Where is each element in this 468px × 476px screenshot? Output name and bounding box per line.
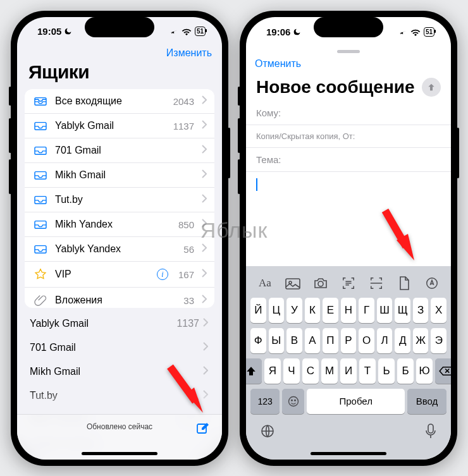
send-button[interactable] — [422, 78, 441, 97]
status-time: 19:06 — [266, 27, 290, 37]
keyboard-toolbar: Aa — [249, 270, 448, 296]
key-123[interactable]: 123 — [250, 389, 280, 414]
key-Ц[interactable]: Ц — [269, 298, 285, 323]
chevron-right-icon — [202, 169, 207, 181]
key-Я[interactable]: Я — [264, 358, 281, 384]
dynamic-island — [314, 17, 383, 37]
globe-icon — [260, 424, 275, 439]
account-row[interactable]: 701 Gmail — [17, 336, 222, 360]
camera-button[interactable] — [308, 272, 333, 294]
tray-icon — [34, 120, 47, 131]
edit-button[interactable]: Изменить — [166, 47, 212, 59]
compose-button[interactable] — [195, 421, 211, 439]
key-Б[interactable]: Б — [397, 358, 414, 384]
cc-bcc-from-field[interactable]: Копия/Скрытая копия, От: — [246, 125, 451, 148]
tray-icon — [34, 145, 47, 156]
mailbox-row[interactable]: VIP i 167 — [25, 262, 214, 288]
key-space[interactable]: Пробел — [307, 389, 405, 414]
to-field[interactable]: Кому: — [246, 101, 451, 125]
svg-point-12 — [288, 396, 298, 406]
svg-rect-8 — [286, 279, 300, 289]
key-Ж[interactable]: Ж — [413, 328, 429, 353]
mailbox-row[interactable]: Mikh Yandex 850 — [25, 212, 214, 237]
mailbox-count: 33 — [183, 295, 194, 306]
chevron-right-icon — [202, 120, 207, 131]
wifi-icon — [182, 28, 192, 35]
scan-text-icon — [342, 276, 355, 290]
key-Ш[interactable]: Ш — [377, 298, 393, 323]
mailbox-label: 701 Gmail — [55, 145, 187, 156]
key-shift[interactable] — [246, 358, 262, 384]
cancel-button[interactable]: Отменить — [255, 58, 301, 70]
account-label: 701 Gmail — [30, 342, 199, 353]
page-title: Ящики — [17, 60, 222, 89]
sheet-grabber[interactable] — [337, 50, 360, 53]
mailbox-row[interactable]: Mikh Gmail — [25, 163, 214, 188]
mailbox-row[interactable]: Yablyk Gmail 1137 — [25, 114, 214, 138]
mailbox-row[interactable]: Tut.by — [25, 188, 214, 212]
mailboxes-card: Все входящие 2043 Yablyk Gmail 1137 701 … — [25, 89, 214, 307]
key-Щ[interactable]: Щ — [395, 298, 410, 323]
key-О[interactable]: О — [359, 328, 374, 353]
key-Э[interactable]: Э — [431, 328, 446, 353]
key-Ы[interactable]: Ы — [269, 328, 285, 353]
key-enter[interactable]: Ввод — [407, 389, 446, 414]
svg-point-10 — [318, 281, 323, 286]
dictation-button[interactable] — [424, 423, 437, 442]
home-indicator — [82, 452, 157, 455]
star-icon — [34, 268, 47, 281]
mailbox-row[interactable]: 701 Gmail — [25, 138, 214, 163]
key-Е[interactable]: Е — [323, 298, 338, 323]
account-count: 1137 — [176, 318, 199, 329]
key-emoji[interactable] — [282, 389, 304, 414]
key-В[interactable]: В — [286, 328, 302, 353]
format-button[interactable]: Aa — [252, 272, 278, 294]
svg-point-14 — [295, 400, 296, 401]
attach-file-button[interactable] — [391, 272, 417, 294]
photo-icon — [285, 277, 300, 290]
markup-icon — [425, 276, 439, 290]
key-И[interactable]: И — [340, 358, 357, 384]
mailbox-label: Mikh Gmail — [55, 169, 187, 181]
mailbox-count: 56 — [183, 244, 194, 255]
chevron-right-icon — [202, 219, 207, 230]
mailbox-row[interactable]: Вложения 33 — [25, 288, 214, 307]
key-Ч[interactable]: Ч — [283, 358, 300, 384]
key-Р[interactable]: Р — [341, 328, 357, 353]
key-Л[interactable]: Л — [377, 328, 393, 353]
key-Й[interactable]: Й — [250, 298, 266, 323]
key-С[interactable]: С — [302, 358, 319, 384]
svg-point-13 — [292, 400, 293, 401]
dnd-moon-icon — [64, 27, 72, 35]
key-backspace[interactable] — [435, 358, 451, 384]
markup-button[interactable] — [419, 272, 445, 294]
key-М[interactable]: М — [321, 358, 338, 384]
key-Н[interactable]: Н — [341, 298, 357, 323]
compose-icon — [195, 421, 211, 436]
key-Д[interactable]: Д — [395, 328, 410, 353]
message-body[interactable] — [246, 172, 451, 210]
key-А[interactable]: А — [305, 328, 321, 353]
tray-icon — [34, 169, 47, 181]
key-Ь[interactable]: Ь — [378, 358, 395, 384]
photo-library-button[interactable] — [280, 272, 305, 294]
globe-button[interactable] — [260, 424, 275, 441]
key-З[interactable]: З — [413, 298, 429, 323]
account-row[interactable]: Yablyk Gmail 1137 — [17, 312, 222, 336]
key-У[interactable]: У — [286, 298, 302, 323]
info-icon[interactable]: i — [157, 269, 168, 280]
mailbox-count: 167 — [178, 269, 194, 280]
key-К[interactable]: К — [305, 298, 321, 323]
key-Ю[interactable]: Ю — [416, 358, 433, 384]
key-Т[interactable]: Т — [359, 358, 376, 384]
mailbox-row[interactable]: Все входящие 2043 — [25, 89, 214, 114]
subject-field[interactable]: Тема: — [246, 148, 451, 172]
scan-document-button[interactable] — [364, 272, 389, 294]
mailbox-row[interactable]: Yablyk Yandex 56 — [25, 237, 214, 262]
key-П[interactable]: П — [323, 328, 338, 353]
phone-left: 19:05 51 Изменить Ящики Все входящие — [11, 11, 228, 466]
key-Ф[interactable]: Ф — [250, 328, 266, 353]
key-Х[interactable]: Х — [431, 298, 446, 323]
scan-text-button[interactable] — [336, 272, 361, 294]
key-Г[interactable]: Г — [359, 298, 374, 323]
